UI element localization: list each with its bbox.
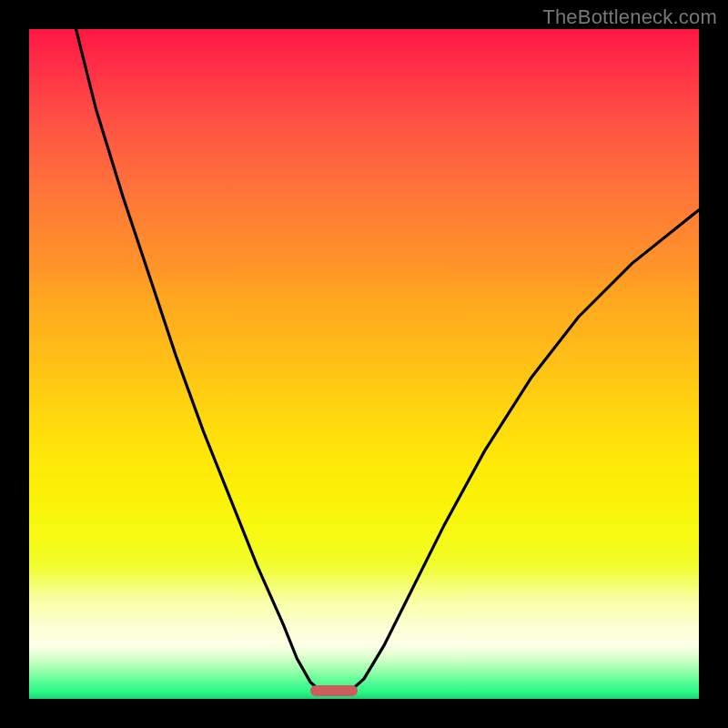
left-curve (76, 29, 321, 691)
plot-area (29, 29, 699, 699)
right-curve (350, 210, 699, 691)
curves-svg (29, 29, 699, 699)
optimal-marker (310, 685, 358, 696)
watermark-text: TheBottleneck.com (542, 5, 717, 29)
chart-container: TheBottleneck.com (0, 0, 728, 728)
